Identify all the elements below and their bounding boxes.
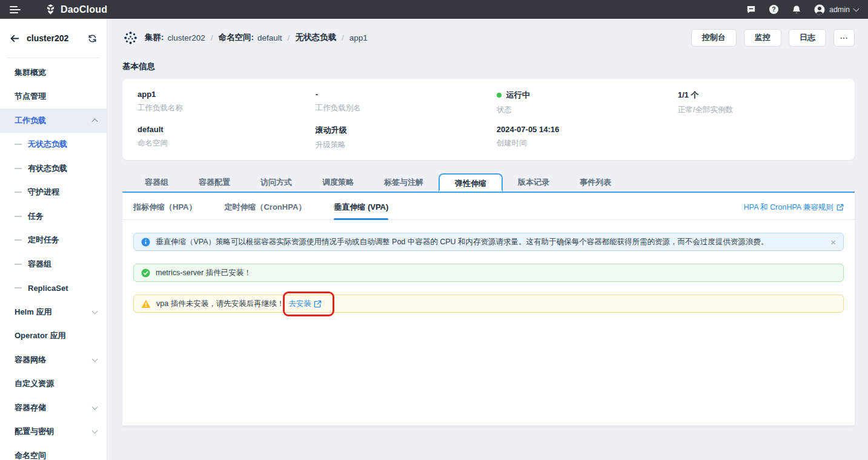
username: admin — [829, 5, 850, 14]
monitor-button[interactable]: 监控 — [744, 29, 781, 47]
feedback-icon[interactable] — [746, 5, 756, 15]
dash-icon — [15, 216, 22, 217]
sidebar-item-cronjobs[interactable]: 定时任务 — [0, 228, 107, 253]
back-arrow-icon[interactable] — [10, 33, 20, 44]
breadcrumb-namespace-label: 命名空间: — [219, 32, 254, 43]
user-menu[interactable]: admin — [814, 4, 858, 15]
dash-icon — [15, 239, 22, 241]
field-status: 运行中 状态 — [497, 90, 678, 115]
check-circle-icon — [141, 268, 150, 278]
info-icon — [141, 238, 150, 247]
metrics-server-text: metrics-server 插件已安装！ — [156, 268, 251, 278]
tab-labels-annotations[interactable]: 标签与注解 — [369, 173, 439, 192]
tab-container-config[interactable]: 容器配置 — [184, 173, 245, 192]
install-vpa-link[interactable]: 去安装 — [288, 299, 322, 309]
dash-icon — [15, 168, 22, 169]
vpa-info-alert: 垂直伸缩（VPA）策略可以根据容器实际资源使用情况手动或自动调整 Pod 中容器… — [133, 233, 844, 251]
sidebar-item-stateless-workloads[interactable]: 无状态负载 — [0, 133, 107, 157]
field-created-at: 2024-07-05 14:16 创建时间 — [497, 125, 678, 150]
sidebar-cluster-name: cluster202 — [27, 33, 68, 43]
hpa-cronhpa-compat-link[interactable]: HPA 和 CronHPA 兼容规则 — [744, 202, 844, 219]
sidebar-item-daemonsets[interactable]: 守护进程 — [0, 181, 107, 205]
chevron-down-icon — [92, 404, 98, 410]
sidebar-item-workloads[interactable]: 工作负载 — [0, 108, 107, 133]
sidebar-item-node-management[interactable]: 节点管理 — [0, 85, 107, 109]
status-dot — [497, 93, 502, 98]
external-link-icon — [837, 204, 844, 211]
sidebar: cluster202 集群概览 节点管理 工作负载 无状态负载 有状态负载 守护… — [0, 19, 107, 460]
console-button[interactable]: 控制台 — [691, 29, 737, 47]
logs-button[interactable]: 日志 — [789, 29, 826, 47]
field-instances: 1/1 个 正常/全部实例数 — [678, 90, 840, 115]
status-badge: 运行中 — [506, 90, 530, 101]
sidebar-item-namespaces[interactable]: 命名空间 — [0, 444, 107, 460]
notifications-bell-icon[interactable] — [792, 5, 801, 15]
breadcrumb-namespace-value[interactable]: default — [257, 33, 282, 42]
autoscaling-subtabs: 指标伸缩（HPA） 定时伸缩（CronHPA） 垂直伸缩 (VPA) HPA 和… — [122, 193, 855, 220]
svg-text:?: ? — [772, 5, 775, 13]
basic-info-title: 基本信息 — [122, 61, 855, 72]
main-content: 集群: cluster202 / 命名空间: default / 无状态负载 /… — [108, 19, 868, 460]
more-actions-button[interactable]: ··· — [833, 29, 855, 47]
daocloud-logo: DaoCloud — [45, 4, 107, 15]
chevron-up-icon — [92, 118, 98, 124]
breadcrumb-cluster-value[interactable]: cluster202 — [168, 33, 205, 42]
dash-icon — [15, 144, 22, 145]
chevron-down-icon — [92, 308, 98, 314]
field-upgrade-strategy: 滚动升级 升级策略 — [316, 125, 497, 150]
sidebar-item-config-secrets[interactable]: 配置与密钥 — [0, 420, 107, 444]
sidebar-item-container-network[interactable]: 容器网络 — [0, 348, 107, 372]
external-link-icon — [314, 300, 322, 308]
sidebar-divider — [7, 58, 99, 58]
vpa-info-text: 垂直伸缩（VPA）策略可以根据容器实际资源使用情况手动或自动调整 Pod 中容器… — [156, 237, 769, 247]
tab-version-history[interactable]: 版本记录 — [503, 173, 565, 192]
field-workload-alias: - 工作负载别名 — [316, 90, 497, 115]
tab-events[interactable]: 事件列表 — [565, 173, 626, 192]
sidebar-item-pods[interactable]: 容器组 — [0, 252, 107, 276]
sidebar-item-helm-apps[interactable]: Helm 应用 — [0, 300, 107, 324]
avatar — [814, 4, 825, 15]
tab-autoscaling[interactable]: 弹性伸缩 — [439, 173, 503, 192]
breadcrumb-workload-type[interactable]: 无状态负载 — [295, 32, 336, 43]
tab-scheduling-policy[interactable]: 调度策略 — [307, 173, 369, 192]
help-icon[interactable]: ? — [769, 4, 779, 15]
sidebar-item-cluster-overview[interactable]: 集群概览 — [0, 61, 107, 85]
chevron-down-icon — [92, 428, 98, 434]
sidebar-item-custom-resources[interactable]: 自定义资源 — [0, 372, 107, 396]
breadcrumb: 集群: cluster202 / 命名空间: default / 无状态负载 /… — [122, 30, 368, 46]
menu-icon[interactable] — [10, 6, 22, 13]
dash-icon — [15, 264, 22, 265]
dash-icon — [15, 192, 22, 193]
breadcrumb-workload-name: app1 — [350, 33, 368, 42]
field-workload-name: app1 工作负载名称 — [137, 90, 316, 115]
daocloud-logo-icon — [45, 4, 56, 15]
tab-pods[interactable]: 容器组 — [130, 173, 184, 192]
field-namespace: default 命名空间 — [137, 125, 316, 150]
metrics-server-alert: metrics-server 插件已安装！ — [133, 264, 844, 282]
sidebar-item-container-storage[interactable]: 容器存储 — [0, 396, 107, 420]
close-icon[interactable]: × — [830, 238, 836, 247]
vpa-plugin-text: vpa 插件未安装，请先安装后再继续！ — [156, 299, 284, 309]
logo-text: DaoCloud — [61, 4, 107, 15]
subtab-hpa[interactable]: 指标伸缩（HPA） — [133, 202, 196, 219]
chevron-down-icon — [853, 5, 860, 12]
sidebar-item-stateful-workloads[interactable]: 有状态负载 — [0, 156, 107, 181]
basic-info-card: app1 工作负载名称 - 工作负载别名 运行中 状态 1/1 个 正常/全部实… — [122, 79, 855, 160]
dash-icon — [15, 287, 22, 288]
subtab-vpa[interactable]: 垂直伸缩 (VPA) — [334, 202, 388, 219]
autoscaling-panel: 指标伸缩（HPA） 定时伸缩（CronHPA） 垂直伸缩 (VPA) HPA 和… — [122, 193, 855, 425]
sidebar-item-operator-apps[interactable]: Operator 应用 — [0, 324, 107, 348]
refresh-icon[interactable] — [88, 34, 97, 43]
warning-icon — [141, 299, 151, 308]
cluster-icon — [122, 30, 139, 46]
breadcrumb-cluster-label: 集群: — [145, 32, 164, 43]
tab-access-mode[interactable]: 访问方式 — [245, 173, 307, 192]
sidebar-item-jobs[interactable]: 任务 — [0, 204, 107, 228]
top-bar: DaoCloud ? admin — [0, 0, 868, 19]
vpa-plugin-alert: vpa 插件未安装，请先安装后再继续！ 去安装 — [133, 295, 844, 313]
sidebar-item-replicaset[interactable]: ReplicaSet — [0, 276, 107, 301]
chevron-down-icon — [92, 356, 98, 362]
detail-tabs: 容器组 容器配置 访问方式 调度策略 标签与注解 弹性伸缩 版本记录 事件列表 — [122, 173, 855, 193]
subtab-cronhpa[interactable]: 定时伸缩（CronHPA） — [224, 202, 306, 219]
